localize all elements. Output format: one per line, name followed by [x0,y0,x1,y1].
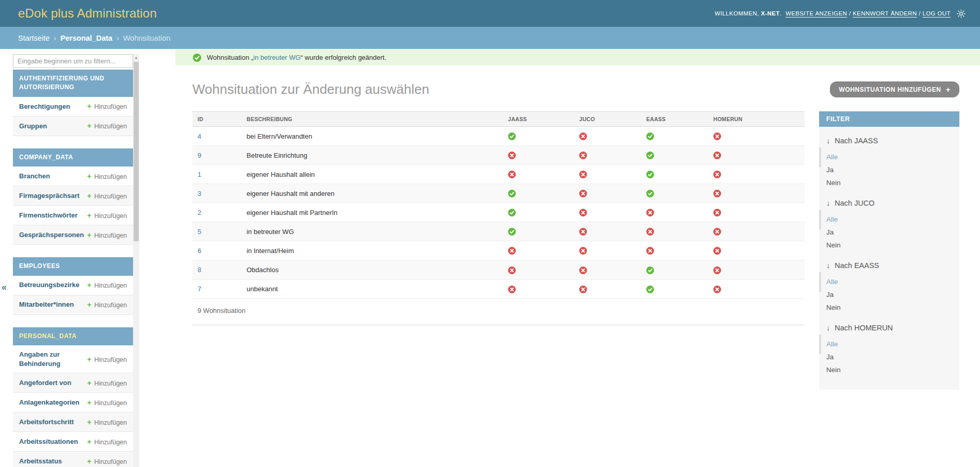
filter-option-nach-jaass-ja[interactable]: Ja [819,163,959,176]
table-row: 8Obdachlos [192,260,805,279]
header-link-kennwort-ndern[interactable]: KENNWORT ÄNDERN [853,10,917,16]
sidebar-item-link-mitarbeiter-innen[interactable]: Mitarbeiter*innen [19,300,74,309]
sidebar-item-link-angefordert-von[interactable]: Angefordert von [19,378,71,388]
sidebar-item-angefordert-von: Angefordert von+ Hinzufügen [13,373,133,393]
beschreibung-cell: eigener Haushalt mit PartnerIn [241,203,503,222]
add-link-firmenstichw-rter[interactable]: + Hinzufügen [87,211,127,220]
filter-option-nach-juco-nein[interactable]: Nein [819,239,959,252]
id-cell: 5 [192,222,241,241]
sidebar-item-link-anlagenkategorien[interactable]: Anlagenkategorien [19,398,79,407]
juco-cell [574,241,641,260]
message-object-link[interactable]: in betreuter WG [253,54,301,61]
row-id-link[interactable]: 8 [198,266,201,274]
true-icon [646,152,654,159]
id-cell: 2 [192,203,241,222]
sidebar-item-link-branchen[interactable]: Branchen [19,172,50,181]
add-link-branchen[interactable]: + Hinzufügen [87,172,127,180]
sidebar-item-link-arbeitsstatus[interactable]: Arbeitsstatus [19,457,62,466]
filter-group-nach-juco: ↓ Nach JUCOAlleJaNein [819,199,959,252]
theme-toggle-button[interactable] [957,9,966,18]
add-wohnsituation-button[interactable]: WOHNSITUATION HINZUFÜGEN + [830,81,959,97]
filter-option-nach-juco-ja[interactable]: Ja [819,226,959,239]
filter-option-nach-jaass-nein[interactable]: Nein [819,176,959,189]
filter-option-nach-homerun-alle[interactable]: Alle [819,338,959,351]
sidebar-scrollbar[interactable]: ▲ [133,54,139,467]
row-id-link[interactable]: 7 [198,285,201,293]
scrollbar-thumb[interactable] [134,62,139,241]
filter-option-nach-eaass-ja[interactable]: Ja [819,288,959,301]
jaass-cell [503,146,574,165]
breadcrumb-item-personal-data[interactable]: Personal_Data [60,34,112,42]
scroll-up-icon[interactable]: ▲ [133,54,139,61]
add-link-arbeitsfortschritt[interactable]: + Hinzufügen [87,418,127,426]
add-link-anlagenkategorien[interactable]: + Hinzufügen [87,398,127,407]
sidebar-item-link-arbeitsfortschritt[interactable]: Arbeitsfortschritt [19,418,74,427]
section-header-personal-data: PERSONAL_DATA [13,327,133,345]
plus-icon: + [87,211,91,220]
column-header-eaass: EAASS [641,112,708,127]
sidebar-item-link-gruppen[interactable]: Gruppen [19,122,47,131]
column-header-id: ID [192,112,241,127]
breadcrumb-item-startseite[interactable]: Startseite [18,34,50,42]
filter-option-nach-homerun-nein[interactable]: Nein [819,363,959,376]
sidebar-item-link-angaben-zur-behinderung[interactable]: Angaben zur Behinderung [19,350,82,368]
add-link-angaben-zur-behinderung[interactable]: + Hinzufügen [87,355,127,363]
filter-option-nach-homerun-ja[interactable]: Ja [819,351,959,363]
sidebar-item-firmagespr-chsart: Firmagesprächsart+ Hinzufügen [13,186,133,206]
jaass-cell [503,127,574,146]
sidebar-item-arbeitsfortschritt: Arbeitsfortschritt+ Hinzufügen [13,412,133,432]
row-id-link[interactable]: 6 [198,247,201,255]
true-icon [646,266,654,274]
beschreibung-cell: in betreuter WG [241,222,503,241]
false-icon [579,266,587,274]
sidebar-item-link-berechtigungen[interactable]: Berechtigungen [19,102,70,111]
sidebar-item-link-gespr-chspersonen[interactable]: Gesprächspersonen [19,230,82,240]
add-link-gespr-chspersonen[interactable]: + Hinzufügen [87,231,127,239]
sidebar-item-link-firmagespr-chsart[interactable]: Firmagesprächsart [19,191,79,201]
page-layout: AUTHENTIFIZIERUNG UND AUTORISIERUNGBerec… [0,49,980,467]
homerun-cell [708,165,805,184]
filter-option-nach-juco-alle[interactable]: Alle [819,213,959,226]
user-tools: WILLKOMMEN, X-NET. WEBSITE ANZEIGEN / KE… [714,9,966,18]
table-body: 4bei Eltern/Verwandten9Betreute Einricht… [192,127,805,299]
homerun-cell [708,279,805,298]
false-icon [508,247,516,255]
add-link-arbeitsstatus[interactable]: + Hinzufügen [87,457,127,465]
row-id-link[interactable]: 5 [198,228,201,236]
sidebar-item-link-firmenstichw-rter[interactable]: Firmenstichwörter [19,211,77,220]
false-icon [713,132,721,140]
filter-option-nach-eaass-nein[interactable]: Nein [819,301,959,314]
add-link-betreuungsbezirke[interactable]: + Hinzufügen [87,281,127,289]
header-link-log-out[interactable]: LOG OUT [922,10,951,16]
header-link-website-anzeigen[interactable]: WEBSITE ANZEIGEN [786,10,847,16]
jaass-cell [503,279,574,298]
jaass-cell [503,203,574,222]
add-link-arbeitssituationen[interactable]: + Hinzufügen [87,438,127,446]
row-id-link[interactable]: 2 [198,209,201,216]
add-link-mitarbeiter-innen[interactable]: + Hinzufügen [87,301,127,309]
filter-group-nach-homerun: ↓ Nach HOMERUNAlleJaNein [819,324,959,376]
filter-option-nach-eaass-alle[interactable]: Alle [819,275,959,288]
add-link-angefordert-von[interactable]: + Hinzufügen [87,379,127,387]
row-id-link[interactable]: 1 [198,171,201,178]
add-link-gruppen[interactable]: + Hinzufügen [87,122,127,130]
plus-icon: + [87,172,91,180]
jaass-cell [503,165,574,184]
sidebar-item-link-betreuungsbezirke[interactable]: Betreuungsbezirke [19,280,79,290]
sidebar-section-employees: EMPLOYEESBetreuungsbezirke+ HinzufügenMi… [13,257,133,314]
table-row: 2eigener Haushalt mit PartnerIn [192,203,805,222]
false-icon [579,190,587,197]
row-id-link[interactable]: 4 [198,132,201,140]
filter-group-title: ↓ Nach EAASS [819,261,959,270]
sidebar-collapse-button[interactable]: « [2,282,7,293]
filter-option-nach-jaass-alle[interactable]: Alle [819,151,959,163]
row-id-link[interactable]: 3 [198,190,201,197]
false-icon [508,286,516,293]
sidebar-filter-input[interactable] [13,54,133,68]
app-title: eDok plus Administration [18,6,157,21]
sidebar-item-link-arbeitssituationen[interactable]: Arbeitssituationen [19,437,78,446]
row-id-link[interactable]: 9 [198,152,201,159]
add-link-firmagespr-chsart[interactable]: + Hinzufügen [87,192,127,200]
add-link-berechtigungen[interactable]: + Hinzufügen [87,102,127,110]
plus-icon: + [87,102,91,110]
